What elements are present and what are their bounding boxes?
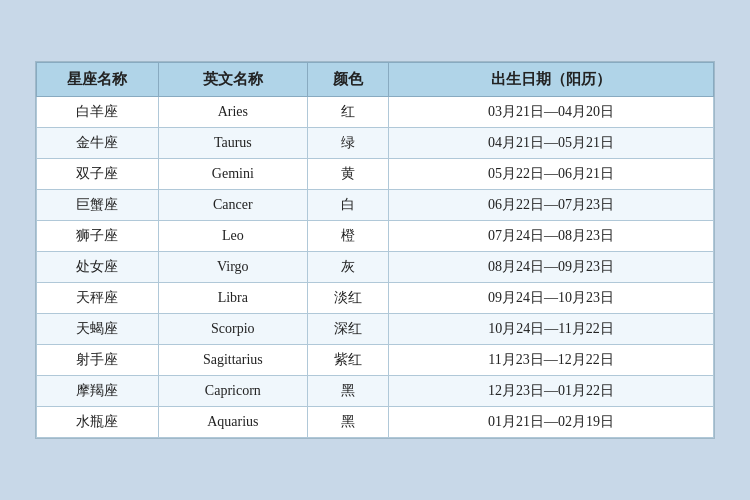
- cell-date: 06月22日—07月23日: [389, 190, 714, 221]
- cell-date: 04月21日—05月21日: [389, 128, 714, 159]
- cell-date: 09月24日—10月23日: [389, 283, 714, 314]
- cell-en: Capricorn: [158, 376, 307, 407]
- header-en: 英文名称: [158, 63, 307, 97]
- table-row: 天蝎座Scorpio深红10月24日—11月22日: [37, 314, 714, 345]
- cell-zh: 狮子座: [37, 221, 159, 252]
- cell-color: 橙: [307, 221, 388, 252]
- cell-en: Aquarius: [158, 407, 307, 438]
- table-row: 狮子座Leo橙07月24日—08月23日: [37, 221, 714, 252]
- cell-zh: 水瓶座: [37, 407, 159, 438]
- cell-en: Libra: [158, 283, 307, 314]
- cell-color: 深红: [307, 314, 388, 345]
- cell-date: 10月24日—11月22日: [389, 314, 714, 345]
- cell-en: Sagittarius: [158, 345, 307, 376]
- cell-en: Gemini: [158, 159, 307, 190]
- cell-en: Scorpio: [158, 314, 307, 345]
- header-zh: 星座名称: [37, 63, 159, 97]
- cell-date: 07月24日—08月23日: [389, 221, 714, 252]
- table-row: 双子座Gemini黄05月22日—06月21日: [37, 159, 714, 190]
- cell-color: 白: [307, 190, 388, 221]
- cell-zh: 巨蟹座: [37, 190, 159, 221]
- cell-date: 11月23日—12月22日: [389, 345, 714, 376]
- cell-zh: 天秤座: [37, 283, 159, 314]
- table-header-row: 星座名称 英文名称 颜色 出生日期（阳历）: [37, 63, 714, 97]
- table-row: 巨蟹座Cancer白06月22日—07月23日: [37, 190, 714, 221]
- table-row: 处女座Virgo灰08月24日—09月23日: [37, 252, 714, 283]
- cell-color: 黑: [307, 407, 388, 438]
- cell-zh: 双子座: [37, 159, 159, 190]
- cell-zh: 白羊座: [37, 97, 159, 128]
- table-row: 金牛座Taurus绿04月21日—05月21日: [37, 128, 714, 159]
- table-row: 白羊座Aries红03月21日—04月20日: [37, 97, 714, 128]
- cell-date: 05月22日—06月21日: [389, 159, 714, 190]
- cell-zh: 摩羯座: [37, 376, 159, 407]
- cell-zh: 处女座: [37, 252, 159, 283]
- cell-en: Virgo: [158, 252, 307, 283]
- cell-color: 红: [307, 97, 388, 128]
- cell-zh: 射手座: [37, 345, 159, 376]
- cell-color: 黑: [307, 376, 388, 407]
- cell-date: 08月24日—09月23日: [389, 252, 714, 283]
- table-row: 摩羯座Capricorn黑12月23日—01月22日: [37, 376, 714, 407]
- cell-date: 12月23日—01月22日: [389, 376, 714, 407]
- cell-en: Aries: [158, 97, 307, 128]
- table-row: 水瓶座Aquarius黑01月21日—02月19日: [37, 407, 714, 438]
- header-color: 颜色: [307, 63, 388, 97]
- table-row: 射手座Sagittarius紫红11月23日—12月22日: [37, 345, 714, 376]
- zodiac-table: 星座名称 英文名称 颜色 出生日期（阳历） 白羊座Aries红03月21日—04…: [36, 62, 714, 438]
- cell-date: 03月21日—04月20日: [389, 97, 714, 128]
- zodiac-table-wrapper: 星座名称 英文名称 颜色 出生日期（阳历） 白羊座Aries红03月21日—04…: [35, 61, 715, 439]
- cell-color: 紫红: [307, 345, 388, 376]
- cell-color: 淡红: [307, 283, 388, 314]
- header-date: 出生日期（阳历）: [389, 63, 714, 97]
- cell-en: Cancer: [158, 190, 307, 221]
- table-row: 天秤座Libra淡红09月24日—10月23日: [37, 283, 714, 314]
- cell-color: 灰: [307, 252, 388, 283]
- cell-en: Leo: [158, 221, 307, 252]
- cell-zh: 金牛座: [37, 128, 159, 159]
- cell-color: 绿: [307, 128, 388, 159]
- cell-date: 01月21日—02月19日: [389, 407, 714, 438]
- cell-en: Taurus: [158, 128, 307, 159]
- cell-zh: 天蝎座: [37, 314, 159, 345]
- cell-color: 黄: [307, 159, 388, 190]
